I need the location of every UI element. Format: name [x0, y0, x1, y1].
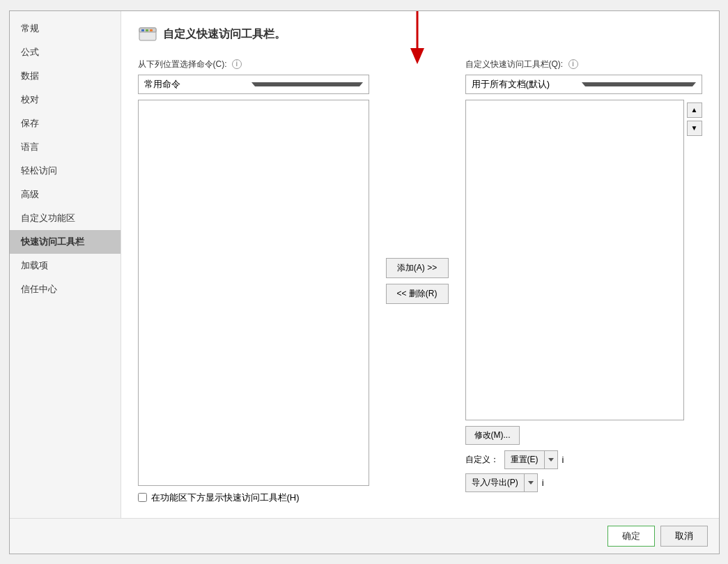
add-button[interactable]: 添加(A) >>: [386, 258, 449, 278]
sidebar-item-quick-access[interactable]: 快速访问工具栏: [10, 230, 121, 254]
right-dropdown[interactable]: 用于所有文档(默认): [465, 75, 702, 94]
customize-row: 自定义： 重置(E) i: [465, 450, 702, 469]
cancel-button[interactable]: 取消: [660, 526, 708, 547]
left-panel-label: 从下列位置选择命令(C): i: [138, 59, 369, 70]
sidebar-item-trust-center[interactable]: 信任中心: [10, 277, 121, 301]
reset-dropdown-arrow-icon[interactable]: [545, 451, 557, 468]
right-dropdown-arrow-icon: [582, 82, 696, 86]
reset-split-button[interactable]: 重置(E): [504, 450, 558, 469]
move-up-button[interactable]: ▲: [687, 102, 702, 118]
left-list: [138, 100, 369, 486]
content-area: 从下列位置选择命令(C): i 常用命令 在功能区下方显示快速: [138, 59, 702, 504]
sidebar-item-formula[interactable]: 公式: [10, 40, 121, 64]
svg-marker-6: [410, 48, 424, 64]
right-section: 自定义快速访问工具栏(Q): i 用于所有文档(默认) ▲ ▼: [465, 59, 702, 504]
sidebar-item-customize-ribbon[interactable]: 自定义功能区: [10, 206, 121, 230]
svg-rect-2: [141, 29, 144, 31]
sidebar-item-language[interactable]: 语言: [10, 135, 121, 159]
import-export-split-button[interactable]: 导入/导出(P): [465, 473, 538, 492]
reset-info-icon[interactable]: i: [562, 455, 564, 465]
svg-rect-3: [146, 29, 148, 31]
left-info-icon[interactable]: i: [232, 59, 242, 69]
sidebar-item-save[interactable]: 保存: [10, 112, 121, 135]
dialog-footer: 确定 取消: [10, 518, 719, 554]
right-scroll-buttons: ▲ ▼: [687, 100, 702, 420]
move-down-button[interactable]: ▼: [687, 121, 702, 136]
right-list: [465, 100, 684, 420]
right-panel-label: 自定义快速访问工具栏(Q): i: [465, 59, 702, 70]
sidebar: 常规公式数据校对保存语言轻松访问高级自定义功能区快速访问工具栏加载项信任中心: [10, 11, 121, 518]
right-panel-bottom: 修改(M)... 自定义： 重置(E) i: [465, 426, 702, 492]
main-content: 自定义快速访问工具栏。 从下列位置选择命令(C): i 常用命令: [121, 11, 719, 518]
customize-label: 自定义：: [465, 454, 499, 466]
import-export-arrow-icon[interactable]: [525, 474, 537, 491]
show-below-ribbon-label: 在功能区下方显示快速访问工具栏(H): [151, 491, 300, 504]
toolbar-icon: [138, 25, 157, 45]
left-dropdown-arrow-icon: [251, 82, 363, 86]
ok-button[interactable]: 确定: [607, 526, 655, 547]
sidebar-item-proofing[interactable]: 校对: [10, 88, 121, 112]
modify-button[interactable]: 修改(M)...: [465, 426, 520, 445]
left-panel: 从下列位置选择命令(C): i 常用命令 在功能区下方显示快速: [138, 59, 369, 504]
sidebar-item-add-ins[interactable]: 加载项: [10, 254, 121, 277]
middle-buttons: 添加(A) >> << 删除(R): [380, 59, 454, 504]
reset-button-label: 重置(E): [505, 451, 545, 468]
left-dropdown[interactable]: 常用命令: [138, 75, 369, 94]
import-export-row: 导入/导出(P) i: [465, 473, 702, 492]
show-below-ribbon-checkbox[interactable]: [138, 493, 147, 502]
remove-button[interactable]: << 删除(R): [386, 284, 449, 304]
red-arrow-indicator: [403, 11, 431, 68]
page-title: 自定义快速访问工具栏。: [163, 27, 286, 42]
sidebar-item-general[interactable]: 常规: [10, 17, 121, 40]
import-export-info-icon[interactable]: i: [542, 478, 544, 488]
sidebar-item-advanced[interactable]: 高级: [10, 183, 121, 206]
sidebar-item-accessibility[interactable]: 轻松访问: [10, 159, 121, 183]
import-export-label: 导入/导出(P): [466, 474, 525, 491]
right-content-wrapper: ▲ ▼: [465, 100, 702, 420]
svg-rect-4: [150, 29, 153, 31]
dialog: 常规公式数据校对保存语言轻松访问高级自定义功能区快速访问工具栏加载项信任中心 自…: [9, 10, 720, 554]
checkbox-row: 在功能区下方显示快速访问工具栏(H): [138, 491, 369, 504]
right-info-icon[interactable]: i: [568, 59, 578, 69]
dialog-body: 常规公式数据校对保存语言轻松访问高级自定义功能区快速访问工具栏加载项信任中心 自…: [10, 11, 719, 518]
sidebar-item-data[interactable]: 数据: [10, 64, 121, 88]
